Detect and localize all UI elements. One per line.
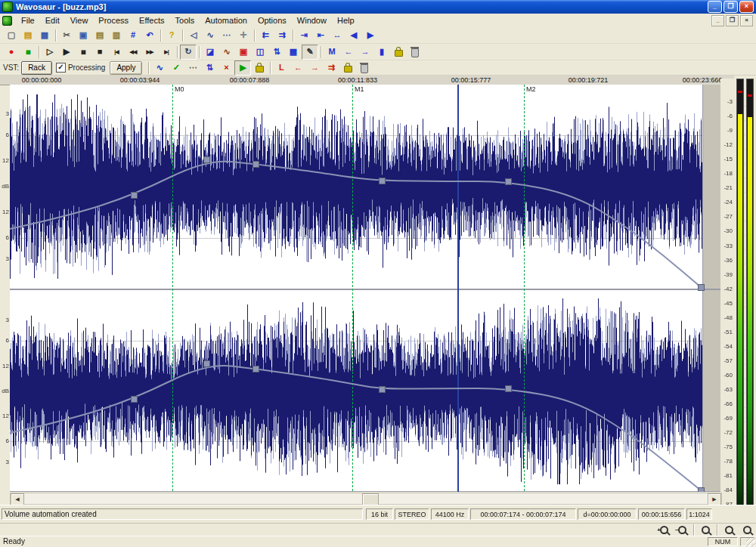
vst-automation-icon[interactable]: ∿ — [151, 60, 168, 76]
record-icon[interactable]: ● — [3, 45, 20, 60]
menu-item-automation[interactable]: Automation — [200, 16, 253, 25]
rewind-icon[interactable]: ◀◀ — [125, 45, 141, 60]
db-scale-right: -3-6-9-12-15-18-21-24-27-30-33-36-39-42-… — [720, 79, 734, 506]
cut-icon[interactable]: ✂ — [58, 28, 75, 43]
toolbar-separator — [160, 29, 161, 42]
menu-item-options[interactable]: Options — [253, 16, 292, 25]
audio-device-icon[interactable]: ◁ — [185, 28, 202, 43]
tools-wrench-icon: ✛ — [240, 31, 246, 39]
statistics-icon[interactable]: ∿ — [218, 45, 235, 60]
grid-snap-icon[interactable]: ▦ — [285, 45, 302, 60]
marker-lock-icon[interactable] — [390, 45, 407, 60]
loop-end-icon[interactable]: → — [306, 60, 323, 76]
marker-next-icon[interactable]: → — [357, 45, 373, 60]
vst-remove-icon[interactable]: × — [218, 60, 234, 76]
mdi-minimize-button[interactable]: _ — [711, 15, 724, 26]
scroll-left-arrow[interactable]: ◀ — [11, 493, 24, 505]
menu-item-window[interactable]: Window — [292, 16, 332, 25]
menu-item-process[interactable]: Process — [93, 16, 134, 25]
close-button[interactable]: × — [739, 1, 754, 13]
go-start-icon[interactable]: |◀ — [108, 45, 125, 60]
go-end-icon[interactable]: ▶| — [158, 45, 175, 60]
vst-lock-icon[interactable] — [251, 60, 268, 76]
mdi-close-button[interactable]: × — [740, 15, 753, 26]
loop-markers-icon[interactable]: ⇉ — [323, 60, 339, 76]
amplitude-scale-label: 3 — [6, 317, 9, 323]
marker-delete-icon[interactable] — [407, 45, 423, 60]
maximize-button[interactable]: ❐ — [723, 1, 738, 13]
marker-add-icon[interactable]: M — [324, 45, 340, 60]
loop-lock-icon[interactable] — [339, 60, 356, 76]
horizontal-scrollbar[interactable]: ◀ ▶ — [10, 493, 722, 505]
amplitude-scale-label: 6 — [6, 437, 9, 444]
help-icon: ? — [169, 31, 175, 39]
delete-region-icon[interactable]: ▣ — [235, 45, 252, 60]
view-forward-icon[interactable]: ▶ — [362, 28, 379, 43]
waveform-display[interactable] — [10, 85, 722, 492]
loop-playback-icon: ↻ — [184, 48, 191, 56]
mdi-restore-button[interactable]: ❐ — [726, 15, 739, 26]
scrollbar-thumb[interactable] — [362, 493, 379, 505]
db-scale-label: -3 — [727, 98, 733, 105]
pause-icon[interactable]: ▮▮ — [75, 45, 91, 60]
vst-updown-icon[interactable]: ⇅ — [201, 60, 218, 76]
processing-checkbox[interactable]: ✓ — [56, 63, 66, 73]
db-scale-label: -75 — [723, 443, 733, 450]
zoom-document-icon[interactable]: ⇉ — [274, 28, 290, 43]
new-file-icon[interactable]: ▢ — [3, 28, 20, 43]
vst-icon-group: ∿✓⋯⇅×▶L←→⇉ — [151, 60, 373, 76]
draw-pen-icon[interactable]: ✎ — [302, 45, 318, 60]
zoom-out-horizontal-icon[interactable]: ⇤ — [312, 28, 329, 43]
help-icon[interactable]: ? — [163, 28, 180, 43]
tools-wrench-icon[interactable]: ✛ — [235, 28, 252, 43]
normalize-icon[interactable]: ⇅ — [268, 45, 285, 60]
zoom-whole-icon[interactable]: ↔ — [329, 28, 345, 43]
zoom-document-icon: ⇉ — [278, 31, 285, 39]
play-from-start-icon[interactable]: ▷ — [42, 45, 58, 60]
paste-special-icon[interactable]: ▥ — [108, 28, 125, 43]
forward-icon[interactable]: ▶▶ — [141, 45, 158, 60]
vst-bypass-icon[interactable]: ⋯ — [184, 60, 201, 76]
vst-enable-icon[interactable]: ✓ — [168, 60, 184, 76]
zoom-in-horizontal-icon[interactable]: ⇥ — [296, 28, 312, 43]
stop-icon[interactable]: ■ — [91, 45, 108, 60]
loop-l-icon[interactable]: L — [273, 60, 290, 76]
app-icon — [2, 2, 13, 12]
menu-item-edit[interactable]: Edit — [40, 16, 65, 25]
crop-selection-icon[interactable]: # — [125, 28, 141, 43]
interpolate-icon[interactable]: ∿ — [202, 28, 218, 43]
loop-delete-icon[interactable] — [356, 60, 373, 76]
menu-item-file[interactable]: File — [16, 16, 40, 25]
marker-next-icon: → — [361, 48, 370, 56]
play-icon[interactable]: ▶ — [58, 45, 75, 60]
marker-prev-icon: ← — [345, 48, 353, 56]
loop-delete-icon — [361, 64, 368, 73]
vst-apply-button[interactable]: Apply — [110, 61, 142, 75]
record-pause-icon: ▮▮ — [26, 49, 30, 54]
channel-mode-icon[interactable]: ◫ — [252, 45, 268, 60]
zoom-selection-icon[interactable]: ⇇ — [257, 28, 274, 43]
paste-icon[interactable]: ▤ — [91, 28, 108, 43]
open-file-icon[interactable]: ▤ — [20, 28, 36, 43]
audio-device-icon: ◁ — [191, 31, 197, 39]
loop-start-icon[interactable]: ← — [290, 60, 306, 76]
menu-item-tools[interactable]: Tools — [170, 16, 200, 25]
marker-prev-icon[interactable]: ← — [340, 45, 357, 60]
save-file-icon[interactable]: ▦ — [36, 28, 53, 43]
undo-icon[interactable]: ↶ — [141, 28, 158, 43]
copy-icon[interactable]: ▣ — [75, 28, 91, 43]
insert-audio-icon[interactable]: ◪ — [202, 45, 218, 60]
menu-item-view[interactable]: View — [65, 16, 94, 25]
menu-item-effects[interactable]: Effects — [134, 16, 169, 25]
vst-rack-button[interactable]: Rack — [21, 61, 52, 75]
options-dots-icon[interactable]: ⋯ — [218, 28, 235, 43]
vst-play-icon[interactable]: ▶ — [234, 60, 251, 76]
minimize-button[interactable]: _ — [708, 1, 722, 13]
view-back-icon[interactable]: ◀ — [345, 28, 362, 43]
marker-block-icon[interactable]: ▮ — [373, 45, 390, 60]
record-pause-icon[interactable]: ▮▮ — [20, 45, 36, 60]
menu-item-help[interactable]: Help — [332, 16, 360, 25]
scroll-right-arrow[interactable]: ▶ — [708, 493, 721, 505]
loop-playback-icon[interactable]: ↻ — [180, 45, 197, 60]
resize-grip[interactable] — [746, 538, 755, 547]
